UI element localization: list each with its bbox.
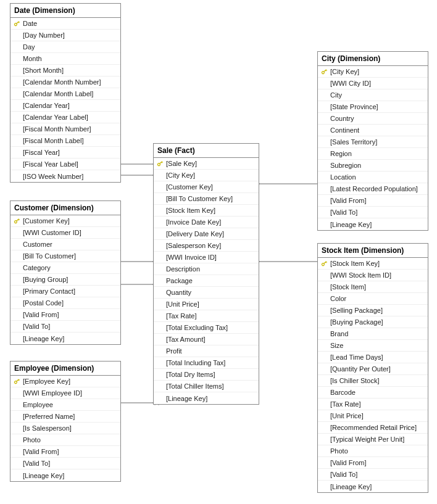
table-column[interactable]: Brand bbox=[318, 328, 428, 340]
table-column[interactable]: [Fiscal Month Label] bbox=[10, 135, 120, 147]
table-column[interactable]: [WWI Employee ID] bbox=[10, 387, 120, 399]
table-column[interactable]: [Lineage Key] bbox=[10, 333, 120, 344]
table-column[interactable]: [City Key] bbox=[318, 66, 428, 78]
table-column[interactable]: Size bbox=[318, 340, 428, 352]
table-column[interactable]: [Is Chiller Stock] bbox=[318, 375, 428, 387]
table-column[interactable]: [Unit Price] bbox=[154, 299, 259, 310]
table-column[interactable]: [WWI Invoice ID] bbox=[154, 252, 259, 263]
table-column[interactable]: [Latest Recorded Population] bbox=[318, 183, 428, 195]
table-column[interactable]: [Stock Item Key] bbox=[154, 205, 259, 217]
table-column[interactable]: [Lineage Key] bbox=[154, 392, 259, 404]
table-column[interactable]: [Bill To Customer] bbox=[10, 250, 120, 262]
table-column[interactable]: [Selling Package] bbox=[318, 305, 428, 316]
table-column[interactable]: [Tax Rate] bbox=[154, 310, 259, 322]
table-columns: Date[Day Number]DayMonth[Short Month][Ca… bbox=[10, 18, 120, 182]
table-column[interactable]: [Total Including Tax] bbox=[154, 357, 259, 369]
table-column[interactable]: Photo bbox=[10, 434, 120, 446]
table-column[interactable]: [Sale Key] bbox=[154, 158, 259, 170]
table-column[interactable]: [Employee Key] bbox=[10, 376, 120, 387]
table-column[interactable]: [Tax Rate] bbox=[318, 399, 428, 410]
table-column[interactable]: Location bbox=[318, 171, 428, 183]
table-column[interactable]: [Customer Key] bbox=[10, 215, 120, 227]
table-column[interactable]: [Calendar Month Label] bbox=[10, 88, 120, 100]
table-column[interactable]: [Fiscal Month Number] bbox=[10, 123, 120, 135]
table-column[interactable]: Quantity bbox=[154, 287, 259, 299]
table-column[interactable]: [ISO Week Number] bbox=[10, 170, 120, 182]
table-column[interactable]: Region bbox=[318, 148, 428, 160]
table-column[interactable]: [Lead Time Days] bbox=[318, 352, 428, 363]
table-column[interactable]: [Salesperson Key] bbox=[154, 240, 259, 252]
table-column[interactable]: [Buying Group] bbox=[10, 274, 120, 286]
table-column[interactable]: [Tax Amount] bbox=[154, 334, 259, 345]
table-column[interactable]: [State Province] bbox=[318, 101, 428, 113]
table-employee[interactable]: Employee (Dimension) [Employee Key][WWI … bbox=[10, 361, 121, 482]
table-column[interactable]: [Preferred Name] bbox=[10, 411, 120, 423]
table-column[interactable]: Month bbox=[10, 53, 120, 65]
table-column[interactable]: Subregion bbox=[318, 160, 428, 171]
table-column[interactable]: [Typical Weight Per Unit] bbox=[318, 434, 428, 445]
column-name: Barcode bbox=[330, 389, 356, 396]
table-column[interactable]: [Valid From] bbox=[10, 309, 120, 321]
table-column[interactable]: [WWI Stock Item ID] bbox=[318, 270, 428, 281]
table-column[interactable]: [Valid From] bbox=[10, 446, 120, 458]
table-column[interactable]: [Postal Code] bbox=[10, 297, 120, 309]
table-column[interactable]: [Lineage Key] bbox=[318, 481, 428, 492]
table-column[interactable]: Date bbox=[10, 18, 120, 30]
table-column[interactable]: [Fiscal Year Label] bbox=[10, 159, 120, 170]
table-column[interactable]: [Valid To] bbox=[318, 469, 428, 481]
table-sale[interactable]: Sale (Fact) [Sale Key][City Key][Custome… bbox=[153, 143, 259, 405]
table-column[interactable]: [Stock Item Key] bbox=[318, 258, 428, 270]
table-column[interactable]: [Delivery Date Key] bbox=[154, 228, 259, 240]
table-column[interactable]: Country bbox=[318, 113, 428, 125]
table-column[interactable]: Description bbox=[154, 263, 259, 275]
table-column[interactable]: [Lineage Key] bbox=[318, 218, 428, 230]
table-column[interactable]: [Valid From] bbox=[318, 195, 428, 207]
table-column[interactable]: Employee bbox=[10, 399, 120, 411]
table-column[interactable]: Color bbox=[318, 293, 428, 305]
table-column[interactable]: [Is Salesperson] bbox=[10, 423, 120, 434]
table-column[interactable]: Day bbox=[10, 41, 120, 53]
table-column[interactable]: [City Key] bbox=[154, 170, 259, 181]
table-column[interactable]: [Valid To] bbox=[318, 207, 428, 218]
table-column[interactable]: Continent bbox=[318, 125, 428, 136]
table-column[interactable]: [WWI City ID] bbox=[318, 78, 428, 89]
table-column[interactable]: Barcode bbox=[318, 387, 428, 399]
table-column[interactable]: [Customer Key] bbox=[154, 181, 259, 193]
table-column[interactable]: [Valid To] bbox=[10, 321, 120, 333]
table-column[interactable]: [Unit Price] bbox=[318, 410, 428, 422]
table-column[interactable]: City bbox=[318, 89, 428, 101]
table-column[interactable]: Package bbox=[154, 275, 259, 287]
table-column[interactable]: [Day Number] bbox=[10, 30, 120, 41]
table-column[interactable]: [Quantity Per Outer] bbox=[318, 363, 428, 375]
table-column[interactable]: [Sales Territory] bbox=[318, 136, 428, 148]
column-name: [Valid To] bbox=[330, 209, 357, 216]
table-column[interactable]: [Valid To] bbox=[10, 458, 120, 469]
table-column[interactable]: [Lineage Key] bbox=[10, 469, 120, 481]
table-column[interactable]: [Total Excluding Tax] bbox=[154, 322, 259, 334]
column-name: [Valid From] bbox=[23, 311, 59, 318]
table-city[interactable]: City (Dimension) [City Key][WWI City ID]… bbox=[317, 51, 428, 231]
table-column[interactable]: [Recommended Retail Price] bbox=[318, 422, 428, 434]
table-column[interactable]: [Short Month] bbox=[10, 65, 120, 76]
table-column[interactable]: [Calendar Month Number] bbox=[10, 76, 120, 88]
table-column[interactable]: [Fiscal Year] bbox=[10, 147, 120, 159]
table-column[interactable]: [Buying Package] bbox=[318, 316, 428, 328]
table-column[interactable]: [Total Dry Items] bbox=[154, 369, 259, 381]
table-column[interactable]: [Invoice Date Key] bbox=[154, 217, 259, 228]
table-column[interactable]: Customer bbox=[10, 239, 120, 250]
table-column[interactable]: [Calendar Year Label] bbox=[10, 112, 120, 123]
table-date[interactable]: Date (Dimension) Date[Day Number]DayMont… bbox=[10, 3, 121, 183]
table-column[interactable]: [Calendar Year] bbox=[10, 100, 120, 112]
table-column[interactable]: Category bbox=[10, 262, 120, 274]
table-stockitem[interactable]: Stock Item (Dimension) [Stock Item Key][… bbox=[317, 243, 428, 493]
table-column[interactable]: [Valid From] bbox=[318, 457, 428, 469]
table-column[interactable]: [Bill To Customer Key] bbox=[154, 193, 259, 205]
table-column[interactable]: Profit bbox=[154, 345, 259, 357]
table-column[interactable]: [Total Chiller Items] bbox=[154, 381, 259, 392]
table-column[interactable]: [Stock Item] bbox=[318, 281, 428, 293]
table-column[interactable]: [Primary Contact] bbox=[10, 286, 120, 297]
table-customer[interactable]: Customer (Dimension) [Customer Key][WWI … bbox=[10, 200, 121, 345]
table-column[interactable]: Photo bbox=[318, 445, 428, 457]
column-name: Customer bbox=[23, 241, 52, 248]
table-column[interactable]: [WWI Customer ID] bbox=[10, 227, 120, 239]
